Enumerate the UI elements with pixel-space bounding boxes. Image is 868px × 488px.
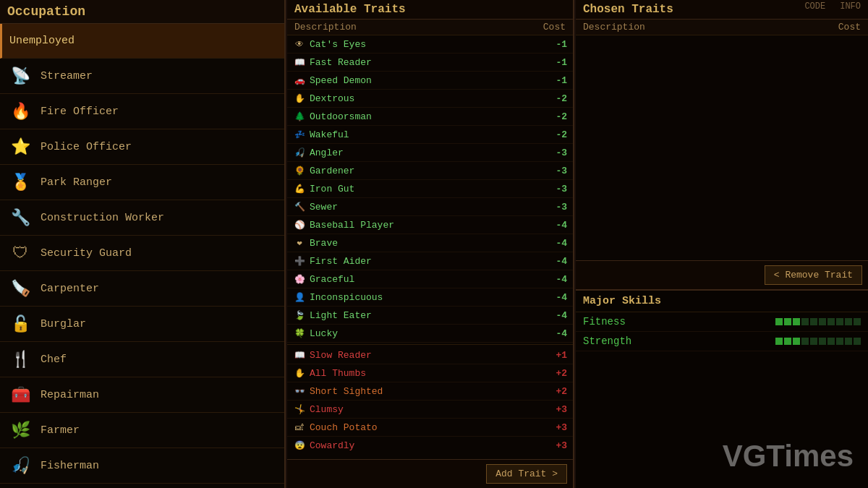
skill-bar bbox=[827, 338, 835, 345]
occupation-name: Burglar bbox=[41, 318, 86, 330]
skill-bar bbox=[775, 338, 783, 345]
trait-item[interactable]: 👓Short Sighted+2 bbox=[287, 382, 573, 401]
trait-cost: -4 bbox=[545, 274, 567, 285]
occupation-item[interactable]: 🧰Repairman bbox=[0, 377, 284, 413]
trait-cost: -3 bbox=[545, 202, 567, 213]
trait-item[interactable]: 👤Inconspicuous-4 bbox=[287, 288, 573, 307]
skill-bar bbox=[784, 338, 791, 345]
trait-item[interactable]: 🛋Couch Potato+3 bbox=[287, 419, 573, 437]
trait-name: Cowardly bbox=[310, 440, 545, 451]
trait-cost: +3 bbox=[545, 440, 567, 451]
trait-cost: -4 bbox=[545, 238, 567, 249]
trait-icon: 🚗 bbox=[293, 74, 306, 87]
trait-item[interactable]: 💪Iron Gut-3 bbox=[287, 180, 573, 198]
occupation-item[interactable]: 📡Streamer bbox=[0, 59, 284, 94]
trait-icon: 🌲 bbox=[293, 110, 306, 123]
occupation-icon: 🧰 bbox=[7, 382, 33, 408]
trait-icon: 🔨 bbox=[293, 200, 306, 213]
trait-name: Baseball Player bbox=[310, 220, 545, 231]
trait-item[interactable]: ➕First Aider-4 bbox=[287, 252, 573, 270]
occupation-icon: 📡 bbox=[7, 63, 33, 89]
occupation-icon: 🌿 bbox=[7, 417, 33, 443]
trait-icon: 🍀 bbox=[293, 327, 306, 340]
remove-trait-bar: < Remove Trait bbox=[576, 260, 868, 289]
chosen-traits-title: Chosen Traits bbox=[583, 3, 673, 16]
trait-item[interactable]: 🍃Light Eater-4 bbox=[287, 307, 573, 325]
trait-item[interactable]: ✋All Thumbs+2 bbox=[287, 364, 573, 382]
occupation-item[interactable]: 💉Doctor bbox=[0, 484, 284, 488]
occupation-icon: 🪚 bbox=[7, 275, 33, 301]
trait-item[interactable]: 🎣Angler-3 bbox=[287, 144, 573, 162]
chosen-desc-header: Description bbox=[583, 22, 645, 33]
trait-item[interactable]: 🌻Gardener-3 bbox=[287, 162, 573, 180]
trait-icon: 📖 bbox=[293, 56, 306, 69]
occupation-item[interactable]: 🎣Fisherman bbox=[0, 448, 284, 484]
info-label[interactable]: INFO bbox=[840, 1, 861, 12]
occupation-item[interactable]: 🪚Carpenter bbox=[0, 271, 284, 307]
trait-icon: ➕ bbox=[293, 254, 306, 267]
trait-item[interactable]: 🚗Speed Demon-1 bbox=[287, 72, 573, 90]
trait-cost: -3 bbox=[545, 166, 567, 176]
occupation-name: Fisherman bbox=[41, 460, 99, 472]
traits-cost-header: Cost bbox=[543, 22, 566, 33]
trait-icon: 👓 bbox=[293, 385, 306, 398]
trait-item[interactable]: 📖Fast Reader-1 bbox=[287, 53, 573, 72]
trait-name: Angler bbox=[310, 147, 545, 158]
occupation-icon: 🔓 bbox=[7, 311, 33, 337]
trait-item[interactable]: 🍀Lucky-4 bbox=[287, 325, 573, 343]
trait-item[interactable]: ⚾Baseball Player-4 bbox=[287, 216, 573, 234]
trait-name: Clumsy bbox=[310, 404, 545, 415]
occupation-icon: 🛡 bbox=[7, 240, 33, 266]
trait-cost: -2 bbox=[545, 129, 567, 140]
trait-cost: -3 bbox=[545, 147, 567, 158]
trait-item[interactable]: 🌸Graceful-4 bbox=[287, 270, 573, 288]
occupation-item[interactable]: 🔧Construction Worker bbox=[0, 200, 284, 236]
occupation-item[interactable]: Unemployed bbox=[0, 24, 284, 59]
occupation-item[interactable]: 🍴Chef bbox=[0, 342, 284, 377]
trait-item[interactable]: ❤Brave-4 bbox=[287, 234, 573, 252]
trait-name: Couch Potato bbox=[310, 422, 545, 433]
skill-bar bbox=[801, 318, 809, 325]
occupation-name: Carpenter bbox=[41, 283, 99, 295]
skill-bar bbox=[810, 338, 817, 345]
add-trait-button[interactable]: Add Trait > bbox=[486, 464, 567, 484]
occupation-item[interactable]: ⭐Police Officer bbox=[0, 129, 284, 165]
trait-cost: -4 bbox=[545, 256, 567, 267]
skill-bar bbox=[819, 338, 826, 345]
vgtimes-watermark: VGTimes bbox=[723, 439, 854, 474]
trait-cost: -1 bbox=[545, 39, 567, 50]
trait-icon: 🍃 bbox=[293, 309, 306, 322]
trait-cost: +2 bbox=[545, 368, 567, 379]
occupation-item[interactable]: 🌿Farmer bbox=[0, 413, 284, 448]
occupation-item[interactable]: 🏅Park Ranger bbox=[0, 165, 284, 200]
trait-item[interactable]: 😨Cowardly+3 bbox=[287, 437, 573, 451]
trait-item[interactable]: ✋Dextrous-2 bbox=[287, 90, 573, 108]
skill-name: Fitness bbox=[583, 316, 775, 328]
skill-bar bbox=[810, 318, 817, 325]
trait-name: Slow Reader bbox=[310, 350, 545, 361]
trait-name: Iron Gut bbox=[310, 184, 545, 194]
traits-column-headers: Description Cost bbox=[287, 20, 573, 35]
trait-item[interactable]: 🌲Outdoorsman-2 bbox=[287, 108, 573, 126]
trait-item[interactable]: 🤸Clumsy+3 bbox=[287, 401, 573, 419]
occupation-icon: 🏅 bbox=[7, 169, 33, 195]
trait-name: Gardener bbox=[310, 166, 545, 176]
occupation-panel: Occupation Unemployed📡Streamer🔥Fire Offi… bbox=[0, 0, 286, 488]
skill-bar bbox=[854, 318, 861, 325]
trait-item[interactable]: 🔨Sewer-3 bbox=[287, 198, 573, 216]
trait-name: Light Eater bbox=[310, 310, 545, 321]
trait-item[interactable]: 📖Slow Reader+1 bbox=[287, 346, 573, 364]
trait-item[interactable]: 💤Wakeful-2 bbox=[287, 126, 573, 144]
trait-cost: -4 bbox=[545, 220, 567, 231]
occupation-icon: 🔥 bbox=[7, 98, 33, 124]
remove-trait-button[interactable]: < Remove Trait bbox=[765, 265, 862, 285]
skill-bar bbox=[819, 318, 826, 325]
trait-icon: 👁 bbox=[293, 38, 306, 51]
occupation-item[interactable]: 🔥Fire Officer bbox=[0, 94, 284, 129]
code-label[interactable]: CODE bbox=[804, 1, 825, 12]
skill-bar bbox=[845, 338, 852, 345]
occupation-item[interactable]: 🛡Security Guard bbox=[0, 236, 284, 271]
trait-item[interactable]: 👁Cat's Eyes-1 bbox=[287, 35, 573, 53]
skill-bar bbox=[836, 338, 843, 345]
occupation-item[interactable]: 🔓Burglar bbox=[0, 307, 284, 342]
